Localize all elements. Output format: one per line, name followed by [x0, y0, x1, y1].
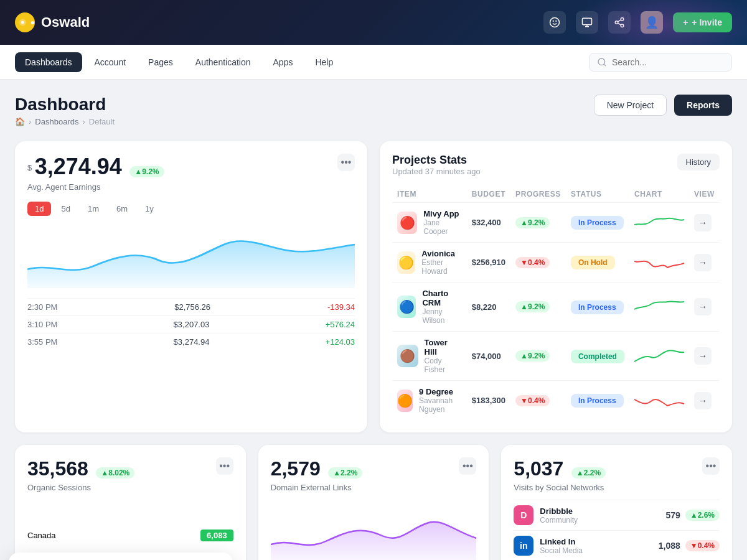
time-entries: 2:30 PM $2,756.26 -139.34 3:10 PM $3,207…: [27, 298, 355, 350]
earnings-header: $ 3,274.94 ▲9.2% Avg. Agent Earnings: [27, 154, 164, 192]
tab-dashboards[interactable]: Dashboards: [15, 52, 82, 72]
brand-icon: [15, 12, 35, 32]
country-map: Canada 6,083: [27, 530, 233, 541]
table-row: 🟠 9 Degree Savannah Nguyen $183,300 ▼0.4…: [392, 381, 720, 421]
social-item: D Dribbble Community 579 ▲2.6%: [514, 500, 720, 530]
domain-value: 2,579: [271, 457, 321, 480]
svg-point-3: [550, 18, 560, 27]
brand: Oswald: [15, 12, 90, 32]
breadcrumb-home-icon: 🏠: [15, 117, 25, 126]
search-icon: [597, 57, 607, 67]
organic-badge: ▲8.02%: [96, 467, 134, 478]
nav-right: 👤 + + Invite: [543, 11, 732, 34]
social-icon-linked in: in: [514, 536, 533, 556]
filter-1y[interactable]: 1y: [138, 202, 161, 216]
svg-line-13: [618, 20, 621, 22]
tab-account[interactable]: Account: [85, 52, 136, 72]
social-amount-row: 5,037 ▲2.2%: [514, 457, 606, 480]
social-more-btn[interactable]: •••: [702, 457, 720, 475]
tab-pages[interactable]: Pages: [138, 52, 183, 72]
table-row: 🟤 Tower Hill Cody Fisher $74,000 ▲9.2% C…: [392, 332, 720, 381]
nav-icon-monitor[interactable]: [576, 11, 598, 34]
page-title-section: Dashboard 🏠 › Dashboards › Default: [15, 95, 115, 126]
brand-name: Oswald: [41, 14, 90, 30]
social-label: Visits by Social Networks: [514, 483, 606, 492]
projects-subtitle: Updated 37 minutes ago: [392, 167, 481, 176]
breadcrumb-sep1: ›: [29, 117, 31, 126]
filter-1m[interactable]: 1m: [80, 202, 106, 216]
filter-6m[interactable]: 6m: [109, 202, 135, 216]
social-icon-dribbble: D: [514, 505, 533, 525]
projects-card-header: Projects Stats Updated 37 minutes ago Hi…: [392, 154, 720, 176]
col-item: ITEM: [392, 186, 467, 203]
svg-point-9: [621, 18, 624, 21]
search-input[interactable]: [612, 57, 724, 67]
earnings-badge: ▲9.2%: [129, 166, 164, 177]
breadcrumb-dashboards[interactable]: Dashboards: [35, 117, 78, 126]
canada-value: 6,083: [200, 530, 233, 541]
time-filters: 1d 5d 1m 6m 1y: [27, 202, 355, 216]
svg-point-2: [21, 21, 24, 24]
filter-5d[interactable]: 5d: [54, 202, 77, 216]
col-chart: CHART: [629, 186, 689, 203]
table-row: 🟡 Avionica Esther Howard $256,910 ▼0.4% …: [392, 243, 720, 282]
col-progress: PROGRESS: [510, 186, 566, 203]
svg-point-14: [598, 58, 605, 65]
svg-line-15: [604, 64, 606, 66]
breadcrumb-sep2: ›: [82, 117, 85, 126]
avatar[interactable]: 👤: [641, 11, 663, 34]
domain-label: Domain External Links: [271, 483, 363, 492]
earnings-card: $ 3,274.94 ▲9.2% Avg. Agent Earnings •••…: [15, 141, 367, 432]
col-status: STATUS: [566, 186, 629, 203]
page-content: Dashboard 🏠 › Dashboards › Default New P…: [0, 80, 747, 560]
breadcrumb-default: Default: [89, 117, 115, 126]
tab-apps[interactable]: Apps: [263, 52, 303, 72]
projects-table: ITEM BUDGET PROGRESS STATUS CHART VIEW 🔴…: [392, 186, 720, 420]
reports-button[interactable]: Reports: [674, 95, 732, 116]
tab-help[interactable]: Help: [305, 52, 343, 72]
bottom-cards-grid: 35,568 ▲8.02% Organic Sessions ••• Canad…: [15, 445, 732, 560]
social-header: 5,037 ▲2.2% Visits by Social Networks: [514, 457, 606, 492]
organic-value: 35,568: [27, 457, 88, 480]
main-cards-grid: $ 3,274.94 ▲9.2% Avg. Agent Earnings •••…: [15, 141, 732, 432]
earnings-more-btn[interactable]: •••: [337, 154, 355, 171]
projects-title: Projects Stats: [392, 154, 481, 167]
social-networks-card: 5,037 ▲2.2% Visits by Social Networks ••…: [501, 445, 732, 560]
earnings-label: Avg. Agent Earnings: [27, 182, 164, 192]
social-value: 5,037: [514, 457, 563, 480]
projects-card: Projects Stats Updated 37 minutes ago Hi…: [380, 141, 732, 432]
top-navbar: Oswald 👤 + + Invite: [0, 0, 747, 45]
col-budget: BUDGET: [467, 186, 510, 203]
domain-links-card: 2,579 ▲2.2% Domain External Links •••: [258, 445, 489, 560]
filter-1d[interactable]: 1d: [27, 202, 51, 216]
organic-sessions-card: 35,568 ▲8.02% Organic Sessions ••• Canad…: [15, 445, 246, 560]
domain-more-btn[interactable]: •••: [459, 457, 476, 475]
breadcrumb: 🏠 › Dashboards › Default: [15, 117, 115, 126]
domain-chart: [271, 507, 477, 560]
social-badge: ▲2.2%: [571, 467, 606, 478]
organic-header: 35,568 ▲8.02% Organic Sessions: [27, 457, 134, 492]
nav-icon-theater[interactable]: [543, 11, 566, 34]
svg-point-11: [621, 24, 624, 27]
table-row: 🔴 Mivy App Jane Cooper $32,400 ▲9.2% In …: [392, 203, 720, 243]
history-button[interactable]: History: [677, 154, 720, 170]
domain-header: 2,579 ▲2.2% Domain External Links: [271, 457, 363, 492]
time-entry-3: 3:55 PM $3,274.94 +124.03: [27, 333, 355, 350]
invite-button[interactable]: + + Invite: [673, 12, 732, 32]
social-item: in Linked In Social Media 1,088 ▼0.4%: [514, 530, 720, 560]
earnings-chart: [27, 226, 355, 288]
time-entry-2: 3:10 PM $3,207.03 +576.24: [27, 315, 355, 333]
search-bar: [589, 53, 732, 72]
domain-badge: ▲2.2%: [328, 467, 362, 478]
earnings-amount: $ 3,274.94 ▲9.2%: [27, 154, 164, 180]
organic-label: Organic Sessions: [27, 483, 134, 492]
page-title: Dashboard: [15, 95, 115, 114]
header-actions: New Project Reports: [594, 95, 732, 116]
svg-point-10: [615, 21, 618, 24]
social-items-list: D Dribbble Community 579 ▲2.6% in Linked…: [514, 500, 720, 560]
new-project-button[interactable]: New Project: [594, 95, 667, 116]
svg-rect-6: [583, 18, 592, 25]
organic-more-btn[interactable]: •••: [216, 457, 233, 475]
nav-icon-share[interactable]: [608, 11, 631, 34]
tab-authentication[interactable]: Authentication: [186, 52, 261, 72]
